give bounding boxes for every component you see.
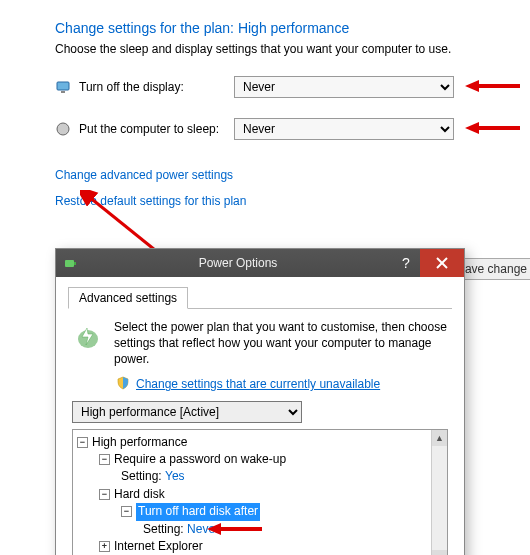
collapse-icon[interactable]: − xyxy=(77,437,88,448)
collapse-icon[interactable]: − xyxy=(121,506,132,517)
restore-defaults-link[interactable]: Restore default settings for this plan xyxy=(55,194,246,208)
expand-icon[interactable]: + xyxy=(99,541,110,552)
close-icon xyxy=(436,257,448,269)
svg-rect-0 xyxy=(57,82,69,90)
svg-point-2 xyxy=(57,123,69,135)
shield-link-row: Change settings that are currently unava… xyxy=(68,376,452,401)
battery-icon xyxy=(62,255,78,271)
change-unavailable-link[interactable]: Change settings that are currently unava… xyxy=(136,377,380,391)
tree-item-password-wake[interactable]: − Require a password on wake-up xyxy=(77,451,445,468)
advanced-settings-link[interactable]: Change advanced power settings xyxy=(55,168,233,182)
dialog-titlebar: Power Options ? xyxy=(56,249,464,277)
collapse-icon[interactable]: − xyxy=(99,489,110,500)
page-description: Choose the sleep and display settings th… xyxy=(55,42,530,56)
dialog-title: Power Options xyxy=(84,256,392,270)
tree-setting-password-wake[interactable]: Setting: Yes xyxy=(77,468,445,485)
arrow-annotation xyxy=(465,118,520,138)
display-setting-row: Turn off the display: Never xyxy=(55,76,530,98)
svg-rect-1 xyxy=(61,91,65,93)
arrow-annotation xyxy=(465,76,520,96)
customise-description-row: Select the power plan that you want to c… xyxy=(68,317,452,376)
moon-icon xyxy=(55,121,71,137)
page-title: Change settings for the plan: High perfo… xyxy=(55,20,530,36)
display-label: Turn off the display: xyxy=(79,80,234,94)
sleep-label: Put the computer to sleep: xyxy=(79,122,234,136)
tree-item-high-performance[interactable]: − High performance xyxy=(77,434,445,451)
scroll-up-button[interactable]: ▲ xyxy=(432,430,447,446)
battery-large-icon xyxy=(72,319,104,351)
shield-icon xyxy=(116,376,130,393)
help-button[interactable]: ? xyxy=(392,249,420,277)
scroll-down-button[interactable]: ▼ xyxy=(432,550,447,555)
power-options-dialog: Power Options ? Advanced settings Select… xyxy=(55,248,465,555)
sleep-select[interactable]: Never xyxy=(234,118,454,140)
collapse-icon[interactable]: − xyxy=(99,454,110,465)
tab-advanced-settings[interactable]: Advanced settings xyxy=(68,287,188,309)
power-plan-select[interactable]: High performance [Active] xyxy=(72,401,302,423)
arrow-annotation xyxy=(207,519,262,539)
svg-rect-5 xyxy=(74,262,76,265)
close-button[interactable] xyxy=(420,249,464,277)
display-icon xyxy=(55,79,71,95)
tree-item-internet-explorer[interactable]: + Internet Explorer xyxy=(77,538,445,555)
sleep-setting-row: Put the computer to sleep: Never xyxy=(55,118,530,140)
svg-rect-4 xyxy=(65,260,74,267)
tree-item-hard-disk[interactable]: − Hard disk xyxy=(77,486,445,503)
display-select[interactable]: Never xyxy=(234,76,454,98)
customise-text: Select the power plan that you want to c… xyxy=(114,319,448,368)
settings-tree: − High performance − Require a password … xyxy=(72,429,448,555)
tab-strip: Advanced settings xyxy=(68,287,452,309)
scrollbar[interactable]: ▲ ▼ xyxy=(431,430,447,555)
tree-setting-hdd[interactable]: Setting: Never xyxy=(77,521,445,538)
setting-value-link[interactable]: Yes xyxy=(165,468,185,485)
